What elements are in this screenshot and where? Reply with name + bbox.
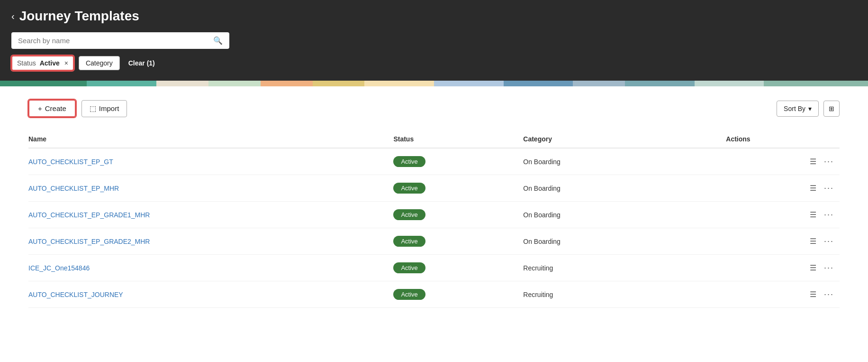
more-actions-icon[interactable]: ···	[824, 236, 834, 246]
table-body: AUTO_CHECKLIST_EP_GT Active On Boarding …	[28, 148, 840, 308]
more-actions-icon[interactable]: ···	[824, 157, 834, 167]
table-row: AUTO_CHECKLIST_EP_GT Active On Boarding …	[28, 148, 840, 175]
category-filter-button[interactable]: Category	[79, 56, 120, 70]
toolbar-row: + Create ⬚ Import Sort By ▾ ⊞	[28, 100, 840, 117]
cell-category: On Boarding	[523, 202, 726, 228]
page-title: Journey Templates	[19, 9, 139, 24]
top-bar: ‹ Journey Templates 🔍 Status Active × Ca…	[0, 0, 868, 81]
toolbar-right: Sort By ▾ ⊞	[777, 101, 840, 117]
status-badge: Active	[393, 236, 425, 247]
cell-category: On Boarding	[523, 228, 726, 255]
col-header-name: Name	[28, 130, 393, 148]
table-header: Name Status Category Actions	[28, 130, 840, 148]
template-name-link[interactable]: AUTO_CHECKLIST_EP_GRADE2_MHR	[28, 238, 150, 245]
cell-status: Active	[393, 148, 523, 175]
col-header-status: Status	[393, 130, 523, 148]
status-badge: Active	[393, 183, 425, 194]
view-toggle-button[interactable]: ⊞	[823, 101, 840, 117]
template-name-link[interactable]: AUTO_CHECKLIST_JOURNEY	[28, 291, 123, 298]
more-actions-icon[interactable]: ···	[824, 183, 834, 193]
status-badge: Active	[393, 289, 425, 300]
cell-category: On Boarding	[523, 175, 726, 202]
more-actions-icon[interactable]: ···	[824, 263, 834, 273]
checklist-action-icon[interactable]: ☰	[810, 237, 816, 246]
template-name-link[interactable]: ICE_JC_One154846	[28, 264, 90, 272]
main-content: + Create ⬚ Import Sort By ▾ ⊞ Name Statu…	[0, 86, 868, 362]
cell-name: AUTO_CHECKLIST_EP_GRADE2_MHR	[28, 228, 393, 255]
status-filter-chip[interactable]: Status Active ×	[11, 56, 74, 71]
cell-actions: ☰ ···	[726, 228, 840, 255]
search-box: 🔍	[11, 32, 229, 49]
back-button[interactable]: ‹	[11, 11, 15, 22]
table-row: ICE_JC_One154846 Active Recruiting ☰ ···	[28, 255, 840, 281]
cell-category: Recruiting	[523, 281, 726, 308]
decorative-banner	[0, 81, 868, 86]
template-name-link[interactable]: AUTO_CHECKLIST_EP_MHR	[28, 185, 119, 192]
checklist-action-icon[interactable]: ☰	[810, 290, 816, 299]
cell-status: Active	[393, 281, 523, 308]
cell-category: On Boarding	[523, 148, 726, 175]
cell-actions: ☰ ···	[726, 148, 840, 175]
table-row: AUTO_CHECKLIST_EP_MHR Active On Boarding…	[28, 175, 840, 202]
checklist-action-icon[interactable]: ☰	[810, 157, 816, 166]
cell-actions: ☰ ···	[726, 175, 840, 202]
table-row: AUTO_CHECKLIST_EP_GRADE2_MHR Active On B…	[28, 228, 840, 255]
cell-name: AUTO_CHECKLIST_EP_GRADE1_MHR	[28, 202, 393, 228]
template-name-link[interactable]: AUTO_CHECKLIST_EP_GRADE1_MHR	[28, 211, 150, 219]
more-actions-icon[interactable]: ···	[824, 289, 834, 299]
col-header-category: Category	[523, 130, 726, 148]
more-actions-icon[interactable]: ···	[824, 210, 834, 220]
sort-by-label: Sort By	[784, 105, 805, 112]
checklist-action-icon[interactable]: ☰	[810, 263, 816, 272]
cell-name: AUTO_CHECKLIST_EP_GT	[28, 148, 393, 175]
status-badge: Active	[393, 262, 425, 273]
create-button-label: Create	[45, 104, 66, 112]
cell-actions: ☰ ···	[726, 281, 840, 308]
import-button[interactable]: ⬚ Import	[81, 100, 127, 117]
title-row: ‹ Journey Templates	[11, 9, 857, 24]
cell-status: Active	[393, 228, 523, 255]
status-filter-label: Status	[17, 59, 36, 67]
search-row: 🔍	[11, 32, 857, 49]
cell-status: Active	[393, 175, 523, 202]
search-icon: 🔍	[213, 36, 223, 45]
cell-name: AUTO_CHECKLIST_JOURNEY	[28, 281, 393, 308]
template-name-link[interactable]: AUTO_CHECKLIST_EP_GT	[28, 158, 113, 166]
status-badge: Active	[393, 209, 425, 220]
sort-by-button[interactable]: Sort By ▾	[777, 101, 819, 117]
checklist-action-icon[interactable]: ☰	[810, 210, 816, 219]
cell-name: ICE_JC_One154846	[28, 255, 393, 281]
status-badge: Active	[393, 156, 425, 167]
import-icon: ⬚	[90, 104, 96, 113]
status-filter-value: Active	[40, 59, 60, 67]
view-toggle-icon: ⊞	[829, 105, 834, 112]
cell-category: Recruiting	[523, 255, 726, 281]
create-button[interactable]: + Create	[28, 100, 76, 117]
checklist-action-icon[interactable]: ☰	[810, 184, 816, 193]
search-input[interactable]	[18, 37, 209, 45]
cell-status: Active	[393, 202, 523, 228]
cell-actions: ☰ ···	[726, 202, 840, 228]
cell-status: Active	[393, 255, 523, 281]
table-row: AUTO_CHECKLIST_JOURNEY Active Recruiting…	[28, 281, 840, 308]
filter-row: Status Active × Category Clear (1)	[11, 56, 857, 71]
cell-name: AUTO_CHECKLIST_EP_MHR	[28, 175, 393, 202]
clear-filters-button[interactable]: Clear (1)	[125, 56, 159, 70]
chevron-down-icon: ▾	[808, 105, 812, 112]
col-header-actions: Actions	[726, 130, 840, 148]
plus-icon: +	[38, 104, 42, 112]
cell-actions: ☰ ···	[726, 255, 840, 281]
toolbar-left: + Create ⬚ Import	[28, 100, 127, 117]
status-filter-close-icon[interactable]: ×	[64, 59, 68, 67]
table-row: AUTO_CHECKLIST_EP_GRADE1_MHR Active On B…	[28, 202, 840, 228]
import-button-label: Import	[99, 104, 119, 112]
journey-templates-table: Name Status Category Actions AUTO_CHECKL…	[28, 130, 840, 308]
